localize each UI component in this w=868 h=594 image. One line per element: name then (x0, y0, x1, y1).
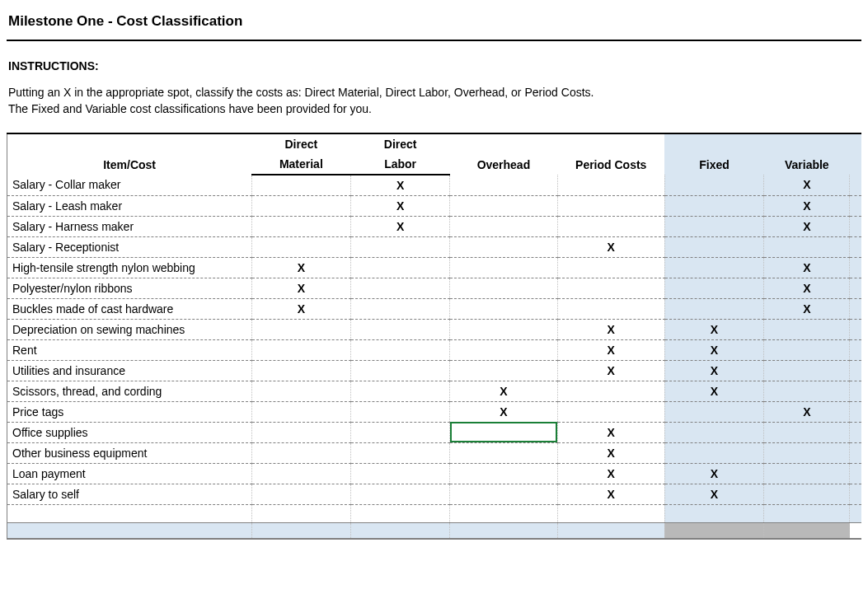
cell-fixed[interactable] (664, 216, 763, 236)
cell-fixed[interactable]: X (664, 463, 763, 484)
blank-cell[interactable] (450, 504, 557, 522)
cell-item[interactable]: Salary to self (7, 484, 252, 504)
cell-item[interactable]: Depreciation on sewing machines (7, 319, 252, 339)
cell-period-costs[interactable] (557, 278, 664, 298)
cell-direct-material[interactable] (251, 463, 350, 484)
cell-period-costs[interactable]: X (557, 463, 664, 484)
cell-period-costs[interactable] (557, 381, 664, 401)
cell-period-costs[interactable]: X (557, 422, 664, 442)
cell-variable[interactable] (764, 319, 850, 339)
cell-direct-labor[interactable] (350, 442, 449, 463)
cell-direct-labor[interactable] (350, 381, 449, 401)
cell-period-costs[interactable] (557, 257, 664, 278)
cell-fixed[interactable] (664, 257, 763, 278)
cell-fixed[interactable] (664, 236, 763, 257)
cell-period-costs[interactable]: X (557, 319, 664, 339)
cell-direct-labor[interactable] (350, 463, 449, 484)
cell-direct-material[interactable]: X (251, 278, 350, 298)
cell-variable[interactable]: X (764, 216, 850, 236)
blank-cell[interactable] (764, 504, 850, 522)
cell-item[interactable]: High-tensile strength nylon webbing (7, 257, 252, 278)
cell-variable[interactable]: X (764, 195, 850, 216)
cell-direct-labor[interactable] (350, 422, 449, 442)
cell-direct-labor[interactable] (350, 257, 449, 278)
cell-period-costs[interactable] (557, 298, 664, 319)
cell-period-costs[interactable]: X (557, 236, 664, 257)
cell-item[interactable]: Salary - Collar maker (7, 175, 252, 196)
cell-variable[interactable] (764, 463, 850, 484)
cell-variable[interactable]: X (764, 278, 850, 298)
cell-variable[interactable] (764, 442, 850, 463)
cell-direct-labor[interactable] (350, 401, 449, 422)
cell-variable[interactable]: X (764, 298, 850, 319)
cell-fixed[interactable] (664, 195, 763, 216)
cell-variable[interactable] (764, 236, 850, 257)
cell-variable[interactable] (764, 484, 850, 504)
cell-direct-labor[interactable] (350, 236, 449, 257)
cell-fixed[interactable] (664, 278, 763, 298)
cell-direct-labor[interactable]: X (350, 175, 449, 196)
cell-fixed[interactable] (664, 401, 763, 422)
cell-variable[interactable]: X (764, 175, 850, 196)
cell-direct-material[interactable]: X (251, 257, 350, 278)
cell-overhead[interactable] (450, 278, 557, 298)
cell-period-costs[interactable] (557, 401, 664, 422)
cell-item[interactable]: Polyester/nylon ribbons (7, 278, 252, 298)
cell-overhead[interactable] (450, 360, 557, 381)
cell-direct-material[interactable] (251, 484, 350, 504)
cell-direct-material[interactable] (251, 195, 350, 216)
cell-item[interactable]: Scissors, thread, and cording (7, 381, 252, 401)
cell-variable[interactable] (764, 422, 850, 442)
cell-item[interactable]: Salary - Receptionist (7, 236, 252, 257)
cell-period-costs[interactable]: X (557, 339, 664, 360)
cell-overhead[interactable] (450, 195, 557, 216)
cell-item[interactable]: Salary - Harness maker (7, 216, 252, 236)
cell-fixed[interactable]: X (664, 360, 763, 381)
cell-period-costs[interactable] (557, 195, 664, 216)
cell-item[interactable]: Utilities and insurance (7, 360, 252, 381)
cell-direct-material[interactable] (251, 360, 350, 381)
cell-item[interactable]: Price tags (7, 401, 252, 422)
cell-item[interactable]: Buckles made of cast hardware (7, 298, 252, 319)
cell-period-costs[interactable]: X (557, 484, 664, 504)
cell-direct-material[interactable] (251, 175, 350, 196)
blank-cell[interactable] (251, 504, 350, 522)
cell-overhead[interactable] (450, 422, 557, 442)
cell-fixed[interactable] (664, 298, 763, 319)
cell-direct-labor[interactable]: X (350, 216, 449, 236)
blank-cell[interactable] (664, 504, 763, 522)
cell-overhead[interactable] (450, 175, 557, 196)
cell-item[interactable]: Rent (7, 339, 252, 360)
blank-cell[interactable] (350, 504, 449, 522)
cell-variable[interactable] (764, 339, 850, 360)
cell-direct-labor[interactable] (350, 278, 449, 298)
cell-overhead[interactable]: X (450, 381, 557, 401)
blank-cell[interactable] (557, 504, 664, 522)
cell-direct-material[interactable] (251, 216, 350, 236)
cell-fixed[interactable]: X (664, 319, 763, 339)
cell-overhead[interactable] (450, 463, 557, 484)
cell-fixed[interactable]: X (664, 381, 763, 401)
cell-direct-material[interactable] (251, 319, 350, 339)
cell-direct-material[interactable] (251, 401, 350, 422)
cell-item[interactable]: Salary - Leash maker (7, 195, 252, 216)
cell-fixed[interactable] (664, 422, 763, 442)
cell-overhead[interactable] (450, 339, 557, 360)
cell-overhead[interactable] (450, 319, 557, 339)
cell-overhead[interactable] (450, 257, 557, 278)
cell-fixed[interactable] (664, 442, 763, 463)
cell-direct-material[interactable] (251, 422, 350, 442)
cell-fixed[interactable]: X (664, 339, 763, 360)
cell-variable[interactable] (764, 381, 850, 401)
cell-period-costs[interactable]: X (557, 442, 664, 463)
cell-direct-labor[interactable] (350, 298, 449, 319)
cell-direct-labor[interactable] (350, 360, 449, 381)
cell-direct-labor[interactable]: X (350, 195, 449, 216)
cell-overhead[interactable] (450, 484, 557, 504)
cell-item[interactable]: Office supplies (7, 422, 252, 442)
cell-fixed[interactable] (664, 175, 763, 196)
cell-period-costs[interactable] (557, 175, 664, 196)
blank-cell[interactable] (7, 504, 252, 522)
cell-variable[interactable]: X (764, 401, 850, 422)
cell-variable[interactable] (764, 360, 850, 381)
